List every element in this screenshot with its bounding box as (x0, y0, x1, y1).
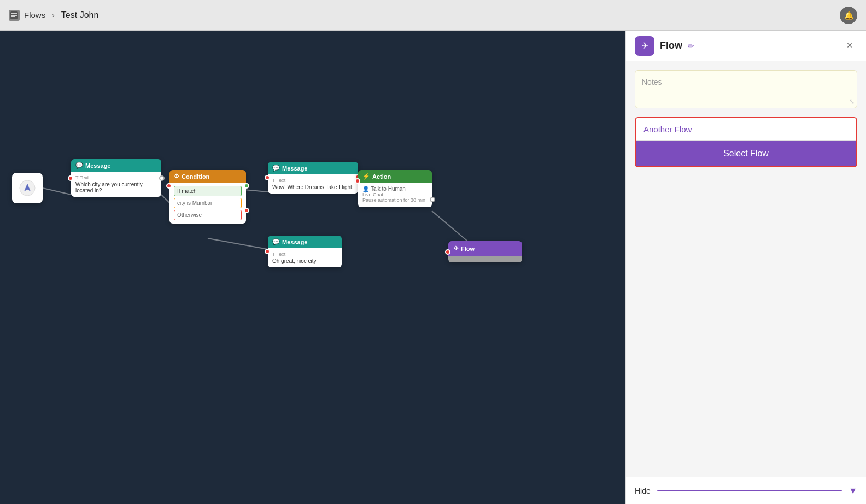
message-node-1-label: T Text (75, 175, 157, 180)
action-node[interactable]: ⚡ Action 👤 Talk to Human Live Chat Pause… (358, 170, 432, 207)
action-node-header: ⚡ Action (358, 170, 432, 183)
svg-line-5 (161, 195, 169, 203)
action-node-body: 👤 Talk to Human Live Chat Pause automati… (358, 183, 432, 207)
another-flow-input[interactable] (636, 118, 856, 141)
header-icon (9, 10, 20, 21)
message-node-2-text: Wow! Where Dreams Take Flight: (272, 184, 354, 190)
message-icon-1: 💬 (75, 162, 83, 169)
svg-line-4 (43, 188, 71, 195)
message-node-1-input-dot (68, 175, 73, 181)
flow-node-icon: ✈ (454, 245, 459, 252)
panel-footer: Hide ▼ (626, 477, 866, 504)
svg-line-9 (432, 211, 467, 241)
message-node-3-input-dot (265, 249, 270, 254)
chevron-down-icon[interactable]: ▼ (849, 486, 857, 496)
flow-node-input-dot (445, 249, 450, 255)
message-node-1-header: 💬 Message (71, 159, 161, 172)
flow-canvas[interactable]: 💬 Message T Text Which city are you curr… (0, 31, 625, 504)
message-node-1-text: Which city are you currently located in? (75, 181, 157, 194)
message-node-1[interactable]: 💬 Message T Text Which city are you curr… (71, 159, 161, 197)
condition-node[interactable]: ⚙ Condition If match city is Mumbai Othe… (169, 170, 246, 224)
edit-icon[interactable]: ✏ (688, 42, 694, 50)
notes-area[interactable]: Notes ⤡ (635, 70, 857, 108)
message-node-3[interactable]: 💬 Message T Text Oh great, nice city (268, 236, 342, 267)
hide-divider (657, 490, 842, 491)
another-flow-section: Select Flow (635, 117, 857, 167)
message-node-3-label: T Text (272, 251, 337, 257)
action-sub-2: Pause automation for 30 min (362, 197, 428, 203)
message-node-3-text: Oh great, nice city (272, 258, 337, 264)
condition-node-header: ⚙ Condition (169, 170, 246, 183)
flow-node[interactable]: ✈ Flow (448, 241, 522, 262)
message-node-1-body: T Text Which city are you currently loca… (71, 172, 161, 197)
condition-node-output-otherwise (244, 208, 249, 213)
message-node-2[interactable]: 💬 Message T Text Wow! Where Dreams Take … (268, 162, 358, 194)
condition-node-input-dot (166, 183, 172, 189)
panel-body: Notes ⤡ Select Flow (626, 61, 866, 477)
message-icon-3: 💬 (272, 238, 280, 245)
action-node-output-dot (430, 197, 435, 202)
flow-node-header: ✈ Flow (448, 241, 522, 256)
breadcrumb-chevron: › (52, 11, 55, 20)
message-node-3-header: 💬 Message (268, 236, 342, 248)
hide-label: Hide (635, 487, 651, 495)
message-node-2-header: 💬 Message (268, 162, 358, 174)
message-node-2-label: T Text (272, 178, 354, 183)
message-node-2-body: T Text Wow! Where Dreams Take Flight: (268, 174, 358, 194)
start-node[interactable] (12, 173, 43, 203)
condition-node-body: If match city is Mumbai Otherwise (169, 183, 246, 224)
condition-icon: ⚙ (174, 173, 179, 180)
notification-bell[interactable]: 🔔 (840, 7, 857, 24)
action-item-1: 👤 Talk to Human Live Chat Pause automati… (362, 186, 428, 203)
message-icon-2: 💬 (272, 165, 280, 172)
main-content: 💬 Message T Text Which city are you curr… (0, 31, 866, 504)
canvas-connections (0, 31, 625, 504)
notes-label: Notes (642, 78, 662, 86)
flows-link[interactable]: Flows (24, 10, 45, 20)
select-flow-button[interactable]: Select Flow (636, 141, 856, 166)
resize-handle[interactable]: ⤡ (849, 98, 855, 106)
condition-node-output-match (244, 183, 249, 189)
condition-otherwise: Otherwise (174, 210, 242, 220)
condition-if-match: If match (174, 186, 242, 196)
action-sub-1: Live Chat (362, 192, 428, 197)
action-icon: ⚡ (362, 173, 370, 180)
panel-header: ✈ Flow ✏ × (626, 31, 866, 61)
condition-city: city is Mumbai (174, 198, 242, 208)
flow-node-footer (448, 256, 522, 262)
message-node-3-body: T Text Oh great, nice city (268, 248, 342, 267)
page-title: Test John (61, 10, 98, 20)
right-panel: ✈ Flow ✏ × Notes ⤡ Select Flow Hide ▼ (625, 31, 866, 504)
message-node-1-output-dot (159, 175, 165, 181)
header: Flows › Test John 🔔 (0, 0, 866, 31)
panel-title: Flow (660, 40, 682, 51)
svg-line-7 (208, 238, 268, 249)
message-node-2-input-dot (265, 175, 270, 180)
panel-icon: ✈ (635, 36, 654, 56)
close-button[interactable]: × (842, 38, 857, 54)
action-node-input-dot (355, 178, 360, 184)
